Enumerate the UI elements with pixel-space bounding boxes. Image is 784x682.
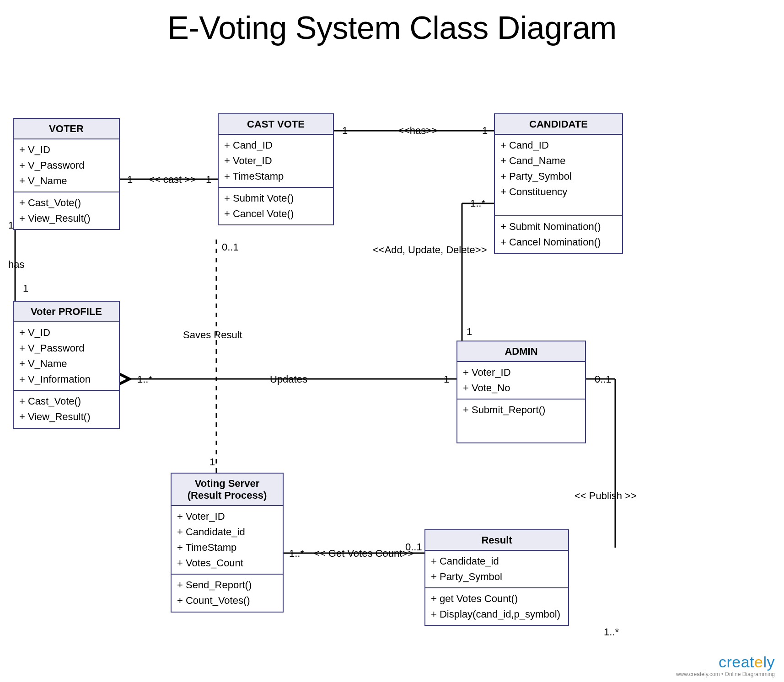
attr: + V_Password [19, 158, 113, 173]
class-title: ADMIN [457, 341, 585, 362]
mult: 1 [23, 282, 28, 294]
diagram-title: E-Voting System Class Diagram [0, 10, 784, 46]
class-cast-vote: CAST VOTE + Cand_ID + Voter_ID + TimeSta… [218, 113, 334, 225]
attr-section: + V_ID + V_Password + V_Name + V_Informa… [14, 322, 119, 390]
class-title-l1: Voting Server [173, 478, 281, 490]
op: + Cancel Vote() [224, 206, 328, 222]
attr-section: + Cand_ID + Voter_ID + TimeStamp [219, 135, 333, 187]
class-title: Result [425, 530, 568, 551]
mult: 1..* [604, 626, 619, 638]
mult: 1 [127, 174, 133, 186]
class-result: Result + Candidate_id + Party_Symbol + g… [424, 529, 569, 626]
edge-label-saves: Saves Result [183, 329, 242, 341]
edge-label-has: <<has>> [398, 125, 438, 137]
op: + View_Result() [19, 409, 113, 425]
attr: + V_Name [19, 173, 113, 189]
mult: 1 [8, 219, 14, 231]
mult: 1 [444, 373, 449, 385]
edge-label-getvotes: << Get Votes Count>> [314, 548, 414, 559]
op: + Cancel Nomination() [500, 234, 617, 250]
op: + Send_Report() [177, 577, 277, 593]
attr: + Voter_ID [224, 153, 328, 169]
attr: + Candidate_id [431, 554, 563, 569]
class-voter: VOTER + V_ID + V_Password + V_Name + Cas… [13, 118, 120, 230]
edge-label-updates: Updates [270, 373, 307, 385]
attr: + Cand_ID [224, 138, 328, 153]
mult: 1..* [470, 197, 485, 209]
attr-section: + Cand_ID + Cand_Name + Party_Symbol + C… [495, 135, 622, 215]
class-title-l2: (Result Process) [173, 490, 281, 501]
mult: 1 [342, 125, 348, 137]
op: + Count_Votes() [177, 593, 277, 608]
brand-watermark: creately www.creately.com • Online Diagr… [676, 653, 775, 677]
attr: + Cand_ID [500, 138, 617, 153]
attr: + Candidate_id [177, 524, 277, 540]
ops-section: + Submit_Report() [457, 399, 585, 421]
attr-section: + Voter_ID + Vote_No [457, 362, 585, 399]
class-title: CAST VOTE [219, 114, 333, 135]
attr: + Party_Symbol [431, 569, 563, 585]
attr: + Party_Symbol [500, 169, 617, 184]
mult: 1 [467, 326, 472, 338]
class-voter-profile: Voter PROFILE + V_ID + V_Password + V_Na… [13, 301, 120, 429]
ops-section: + Submit Vote() + Cancel Vote() [219, 187, 333, 224]
ops-section: + Submit Nomination() + Cancel Nominatio… [495, 215, 622, 253]
op: + View_Result() [19, 211, 113, 226]
attr: + Cand_Name [500, 153, 617, 169]
attr: + V_Information [19, 372, 113, 387]
class-admin: ADMIN + Voter_ID + Vote_No + Submit_Repo… [456, 341, 586, 443]
attr: + Vote_No [463, 380, 580, 396]
op: + get Votes Count() [431, 591, 563, 607]
attr: + V_Name [19, 356, 113, 372]
edge-label-publish: << Publish >> [575, 490, 637, 502]
class-title: CANDIDATE [495, 114, 622, 135]
brand-logo: creately [676, 653, 775, 671]
attr-section: + Voter_ID + Candidate_id + TimeStamp + … [172, 506, 283, 574]
edge-label-cast: << cast >> [149, 174, 196, 186]
mult: 0..1 [222, 241, 239, 253]
class-candidate: CANDIDATE + Cand_ID + Cand_Name + Party_… [494, 113, 623, 254]
class-title: Voter PROFILE [14, 302, 119, 322]
attr: + Voter_ID [463, 365, 580, 380]
class-title: VOTER [14, 119, 119, 139]
mult: 1 [482, 125, 488, 137]
class-title: Voting Server (Result Process) [172, 474, 283, 506]
ops-section: + get Votes Count() + Display(cand_id,p_… [425, 587, 568, 625]
class-voting-server: Voting Server (Result Process) + Voter_I… [171, 473, 284, 613]
op: + Cast_Vote() [19, 195, 113, 211]
edge-label-adddel: <<Add, Update, Delete>> [373, 244, 487, 256]
op: + Cast_Vote() [19, 394, 113, 409]
mult: 0..1 [595, 373, 612, 385]
attr: + TimeStamp [177, 540, 277, 555]
op: + Display(cand_id,p_symbol) [431, 607, 563, 622]
attr: + V_Password [19, 341, 113, 356]
mult: 1..* [289, 548, 304, 559]
attr: + Constituency [500, 184, 617, 200]
brand-subtext: www.creately.com • Online Diagramming [676, 671, 775, 677]
edge-label-has-left: has [8, 259, 24, 271]
attr: + V_ID [19, 142, 113, 158]
attr: + Votes_Count [177, 555, 277, 571]
attr: + TimeStamp [224, 169, 328, 184]
op: + Submit Nomination() [500, 219, 617, 234]
mult: 0..1 [405, 541, 422, 553]
attr-section: + V_ID + V_Password + V_Name [14, 139, 119, 192]
attr-section: + Candidate_id + Party_Symbol [425, 551, 568, 587]
op: + Submit Vote() [224, 191, 328, 206]
ops-section: + Send_Report() + Count_Votes() [172, 574, 283, 611]
ops-section: + Cast_Vote() + View_Result() [14, 390, 119, 427]
mult: 1 [206, 174, 211, 186]
op: + Submit_Report() [463, 402, 580, 418]
mult: 1..* [137, 373, 152, 385]
attr: + V_ID [19, 325, 113, 341]
attr: + Voter_ID [177, 509, 277, 524]
ops-section: + Cast_Vote() + View_Result() [14, 192, 119, 229]
mult: 1 [209, 456, 215, 468]
